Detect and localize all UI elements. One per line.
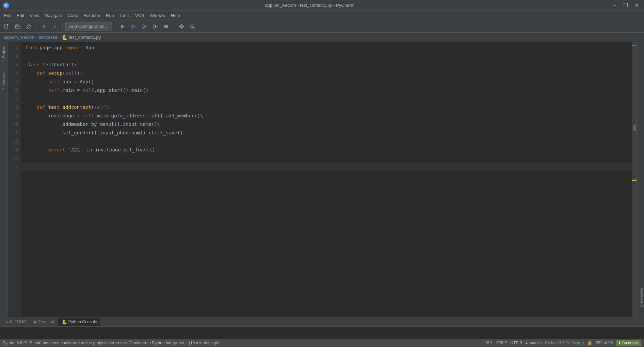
event-log-icon: ℹ (619, 341, 620, 345)
back-button[interactable] (39, 22, 49, 31)
toolbar: Add Configuration... (0, 20, 644, 33)
menu-navigate[interactable]: Navigate (42, 12, 65, 19)
line-number: 12 (7, 137, 18, 146)
code-line: def setup(self): (21, 69, 632, 78)
tab-python-console[interactable]: 🐍 Python Console (58, 318, 101, 326)
tab-python-console-label: Python Console (68, 319, 97, 324)
code-line: self.main = self.app.start().main() (21, 86, 632, 95)
code-line (21, 52, 632, 61)
tab-terminal[interactable]: ▶ Terminal (30, 318, 57, 326)
toolbar-separator-4 (174, 23, 174, 30)
python-file-icon: 🐍 (62, 35, 67, 40)
event-log-label: Event Log (622, 341, 639, 345)
debug-button[interactable] (129, 22, 138, 31)
line-number: 10 (7, 120, 18, 129)
right-panel-tabs: 2: Favorites (637, 42, 644, 317)
code-line: assert '成功' in invitpage.get_toast() (21, 146, 632, 154)
code-line: def test_addcontact(self): (21, 103, 632, 112)
breadcrumb-project[interactable]: appium_wecom (3, 35, 34, 40)
maximize-button[interactable]: ☐ (621, 1, 630, 10)
new-file-button[interactable] (2, 22, 12, 31)
scrollbar-thumb[interactable] (633, 125, 636, 131)
app-logo: P (3, 2, 10, 9)
line-number: 7 (7, 95, 18, 103)
tab-todo-label: 6: TODO (10, 319, 27, 324)
status-indent[interactable]: 4 spaces (525, 341, 542, 345)
todo-icon: ≡ (6, 319, 9, 324)
search-button[interactable] (188, 22, 197, 31)
menu-file[interactable]: File (1, 12, 14, 19)
svg-point-11 (180, 26, 182, 27)
line-number: 15 (7, 163, 18, 171)
line-number: 6 (7, 86, 18, 95)
line-number: 3 (7, 61, 18, 69)
status-interpreter[interactable]: Python 3.6 (Y_Script) (545, 341, 584, 345)
terminal-icon: ▶ (34, 319, 37, 324)
right-sidebar (632, 42, 637, 317)
editor-area: 123456789101112131415 from page.app impo… (7, 42, 632, 317)
code-editor[interactable]: from page.app import Appclass TestContac… (21, 42, 632, 317)
breadcrumb-separator-1: › (36, 35, 37, 40)
status-line-ending[interactable]: CRLF (496, 341, 507, 345)
status-bar: Python 3.6 (Y_Script) has been configure… (0, 339, 644, 347)
code-line: invitpage = self.main.goto_addresslist()… (21, 112, 632, 120)
event-log-button[interactable]: ℹ Event Log (616, 340, 641, 346)
sync-button[interactable] (24, 22, 33, 31)
code-line (21, 154, 632, 163)
line-number: 14 (7, 154, 18, 163)
run-button[interactable] (118, 22, 127, 31)
status-encoding[interactable]: UTF-8 (510, 341, 522, 345)
line-number: 2 (7, 52, 18, 61)
settings-button[interactable] (177, 22, 186, 31)
stop-button[interactable] (161, 22, 171, 31)
breadcrumb-file: 🐍 test_contact1.py (62, 35, 101, 40)
breadcrumb: appium_wecom › testcases › 🐍 test_contac… (0, 33, 644, 42)
code-line (21, 95, 632, 103)
toolbar-separator-2 (62, 23, 63, 30)
sidebar-tab-project[interactable]: 1: Project (1, 44, 6, 65)
bottom-content (0, 327, 644, 339)
code-line: self.app = App() (21, 78, 632, 86)
close-button[interactable]: ✕ (632, 1, 641, 10)
profile-button[interactable] (150, 22, 160, 31)
minimize-button[interactable]: − (610, 1, 619, 10)
status-right: 15:1 CRLF UTF-8 4 spaces Python 3.6 (Y_S… (485, 340, 641, 346)
forward-button[interactable] (50, 22, 60, 31)
bottom-tab-bar: ≡ 6: TODO ▶ Terminal 🐍 Python Console (0, 317, 644, 327)
code-line: from page.app import App (21, 44, 632, 52)
window-title: appium_wecom - test_contact1.py - PyChar… (10, 3, 610, 8)
menu-tools[interactable]: Tools (117, 12, 132, 19)
menu-edit[interactable]: Edit (14, 12, 27, 19)
svg-marker-7 (143, 24, 146, 29)
menu-run[interactable]: Run (103, 12, 117, 19)
title-bar-left: P (3, 2, 10, 9)
menu-view[interactable]: View (27, 12, 42, 19)
open-button[interactable] (13, 22, 22, 31)
menu-vcs[interactable]: VCS (132, 12, 147, 19)
menu-help[interactable]: Help (168, 12, 183, 19)
tab-todo[interactable]: ≡ 6: TODO (3, 318, 30, 326)
add-configuration-button[interactable]: Add Configuration... (65, 22, 112, 31)
menu-code[interactable]: Code (65, 12, 81, 19)
status-position[interactable]: 15:1 (485, 341, 493, 345)
sidebar-tab-structure[interactable]: 2: Structure (1, 68, 6, 93)
run-with-coverage-button[interactable] (140, 22, 149, 31)
line-number: 8 (7, 103, 18, 112)
svg-rect-3 (15, 25, 20, 28)
line-number: 5 (7, 78, 18, 86)
left-panel-tabs: 1: Project 2: Structure (0, 42, 7, 317)
code-line: .set_gender().input_phonenum().click_sav… (21, 129, 632, 137)
svg-point-12 (191, 25, 193, 28)
python-console-icon: 🐍 (62, 319, 67, 325)
breadcrumb-folder[interactable]: testcases (38, 35, 57, 40)
menu-refactor[interactable]: Refactor (81, 12, 103, 19)
line-number: 11 (7, 129, 18, 137)
menu-window[interactable]: Window (147, 12, 168, 19)
code-line (21, 137, 632, 146)
sidebar-tab-favorites[interactable]: 2: Favorites (639, 285, 644, 310)
svg-point-6 (131, 26, 133, 27)
svg-point-9 (155, 26, 156, 27)
svg-rect-2 (5, 24, 8, 28)
scroll-marker-2 (632, 180, 637, 181)
code-line: .addmember_by_manul().input_name()\ (21, 120, 632, 129)
